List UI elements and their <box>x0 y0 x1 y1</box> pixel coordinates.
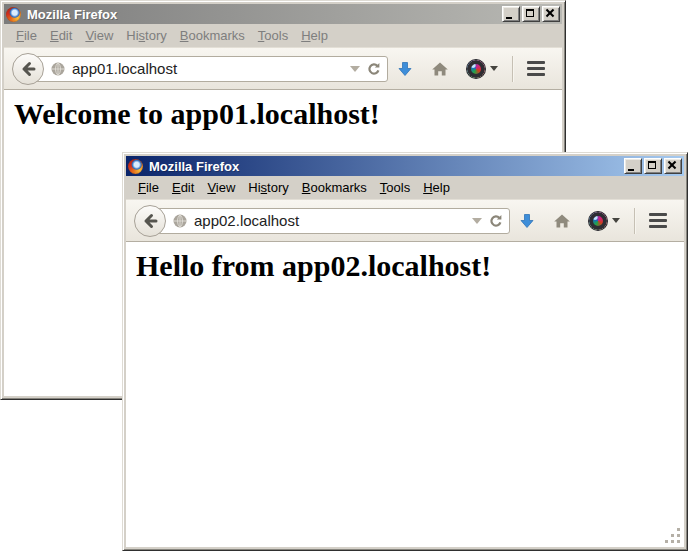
menu-item-edit[interactable]: Edit <box>50 28 72 43</box>
close-button[interactable] <box>542 6 560 22</box>
download-button[interactable] <box>397 61 413 77</box>
back-arrow-icon <box>19 60 37 78</box>
chevron-down-icon <box>612 218 620 223</box>
back-button[interactable] <box>134 205 166 237</box>
globe-icon[interactable] <box>172 213 188 229</box>
url-bar[interactable]: app01.localhost <box>28 56 388 82</box>
urlbar-dropdown-icon[interactable] <box>350 66 360 72</box>
menu-item-tools[interactable]: Tools <box>258 28 288 43</box>
colorwheel-addon-button[interactable] <box>589 212 620 230</box>
colorwheel-addon-button[interactable] <box>467 60 498 78</box>
firefox-icon <box>128 159 143 174</box>
firefox-icon <box>6 7 21 22</box>
globe-icon[interactable] <box>50 61 66 77</box>
browser-window-app02: Mozilla Firefox File Edit View History B… <box>122 152 688 551</box>
minimize-button[interactable] <box>624 158 642 174</box>
window-title: Mozilla Firefox <box>25 7 498 22</box>
window-controls <box>502 6 560 22</box>
navigation-toolbar: app02.localhost <box>126 199 684 242</box>
colorwheel-icon <box>467 60 485 78</box>
menu-item-view[interactable]: View <box>85 28 113 43</box>
reload-button[interactable] <box>366 61 382 77</box>
menu-item-bookmarks[interactable]: Bookmarks <box>180 28 245 43</box>
menu-bar: File Edit View History Bookmarks Tools H… <box>126 176 684 199</box>
toolbar-separator <box>512 56 513 82</box>
resize-grip-icon[interactable] <box>665 528 681 544</box>
menu-item-edit[interactable]: Edit <box>172 180 194 195</box>
back-button[interactable] <box>12 53 44 85</box>
url-text[interactable]: app01.localhost <box>72 60 344 77</box>
home-button[interactable] <box>553 213 571 229</box>
page-content: Hello from app02.localhost! <box>126 242 684 547</box>
url-text[interactable]: app02.localhost <box>194 212 466 229</box>
titlebar[interactable]: Mozilla Firefox <box>126 156 684 176</box>
colorwheel-icon <box>589 212 607 230</box>
page-heading: Welcome to app01.localhost! <box>14 97 562 131</box>
navigation-toolbar: app01.localhost <box>4 47 562 90</box>
hamburger-icon <box>527 61 545 64</box>
menu-item-help[interactable]: Help <box>301 28 328 43</box>
maximize-button[interactable] <box>522 6 540 22</box>
window-controls <box>624 158 682 174</box>
menu-bar: File Edit View History Bookmarks Tools H… <box>4 24 562 47</box>
download-button[interactable] <box>519 213 535 229</box>
menu-item-history[interactable]: History <box>248 180 288 195</box>
menu-item-tools[interactable]: Tools <box>380 180 410 195</box>
titlebar[interactable]: Mozilla Firefox <box>4 4 562 24</box>
url-bar[interactable]: app02.localhost <box>150 208 510 234</box>
maximize-button[interactable] <box>644 158 662 174</box>
menu-item-history[interactable]: History <box>126 28 166 43</box>
chevron-down-icon <box>490 66 498 71</box>
page-heading: Hello from app02.localhost! <box>136 249 684 283</box>
menu-item-help[interactable]: Help <box>423 180 450 195</box>
menu-item-bookmarks[interactable]: Bookmarks <box>302 180 367 195</box>
toolbar-separator <box>634 208 635 234</box>
menu-button[interactable] <box>649 213 667 228</box>
window-title: Mozilla Firefox <box>147 159 620 174</box>
menu-item-file[interactable]: File <box>138 180 159 195</box>
back-arrow-icon <box>141 212 159 230</box>
home-button[interactable] <box>431 61 449 77</box>
urlbar-dropdown-icon[interactable] <box>472 218 482 224</box>
menu-item-view[interactable]: View <box>207 180 235 195</box>
minimize-button[interactable] <box>502 6 520 22</box>
menu-button[interactable] <box>527 61 545 76</box>
reload-button[interactable] <box>488 213 504 229</box>
hamburger-icon <box>649 213 667 216</box>
menu-item-file[interactable]: File <box>16 28 37 43</box>
close-button[interactable] <box>664 158 682 174</box>
